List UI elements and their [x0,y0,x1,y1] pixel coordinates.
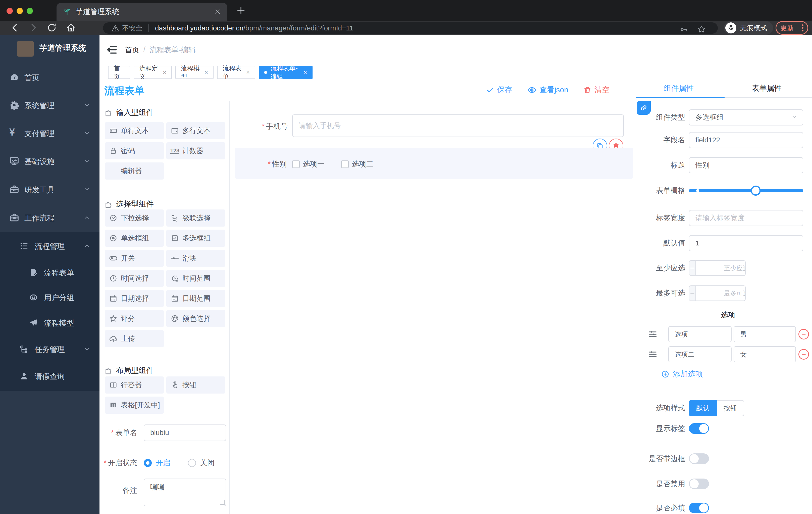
palette-item-date-range[interactable]: 日期范围 [166,290,225,307]
status-on-radio[interactable] [144,459,152,467]
style-default-button[interactable]: 默认 [689,400,717,416]
palette-item-row-container[interactable]: 行容器 [105,376,164,394]
option1-label-input[interactable] [668,326,732,342]
sidebar-logo[interactable]: 芋道管理系统 [0,35,99,63]
home-icon[interactable] [66,23,76,34]
grid-slider-track[interactable] [689,189,803,192]
palette-item-editor[interactable]: 编辑器 [105,162,164,180]
remark-textarea[interactable]: 嘿嘿 [144,479,226,506]
tab-form-props[interactable]: 表单属性 [752,83,782,93]
palette-item-upload[interactable]: 上传 [105,330,164,347]
sidebar-item-infrastructure[interactable]: 基础设施 [0,149,99,174]
palette-item-cascader[interactable]: 级联选择 [166,210,225,226]
min-select-input[interactable] [696,261,746,275]
update-button[interactable]: 更新 [776,21,808,35]
status-on-label[interactable]: 开启 [156,458,170,468]
palette-item-password[interactable]: 密码 [105,142,164,159]
view-tab-process-form-edit[interactable]: 流程表单-编辑× [259,66,313,79]
palette-item-date-picker[interactable]: 日期选择 [105,290,164,307]
palette-item-time-picker[interactable]: 时间选择 [105,270,164,287]
breadcrumb-home[interactable]: 首页 [125,45,140,55]
password-key-icon[interactable] [679,25,688,35]
sidebar-item-system[interactable]: 系统管理 [0,93,99,118]
sidebar-item-task-mgmt[interactable]: 任务管理 [0,337,99,362]
close-window-button[interactable] [6,8,13,14]
reload-icon[interactable] [47,23,57,34]
style-button-button[interactable]: 按钮 [717,400,744,416]
view-tab-process-def[interactable]: 流程定义× [134,66,172,79]
tab-close-icon[interactable]: × [204,70,208,76]
url-bar[interactable]: 不安全 dashboard.yudao.iocoder.cn/bpm/manag… [103,22,718,34]
required-switch[interactable] [689,503,709,513]
tab-close-icon[interactable]: × [246,70,250,76]
view-tab-home[interactable]: 首页 [108,66,130,79]
phone-input[interactable] [292,114,624,137]
palette-item-rate[interactable]: 评分 [105,310,164,327]
gender-option2-label[interactable]: 选项二 [352,159,374,169]
default-value-input[interactable] [689,235,803,251]
sidebar-item-user-group[interactable]: 用户分组 [0,285,99,310]
palette-item-radio-group[interactable]: 单选框组 [105,229,164,247]
title-input[interactable] [689,157,803,173]
form-name-input[interactable] [144,425,226,441]
component-type-select[interactable] [689,109,803,126]
view-json-button[interactable]: 查看json [527,85,568,95]
remove-option2-button[interactable] [799,349,809,360]
browser-menu-icon[interactable] [802,24,804,31]
sidebar-item-dev-tools[interactable]: 研发工具 [0,177,99,202]
new-tab-button[interactable] [236,5,246,16]
palette-item-color-picker[interactable]: 颜色选择 [166,310,225,327]
add-option-button[interactable]: 添加选项 [661,369,703,379]
tab-component-props[interactable]: 组件属性 [664,83,694,93]
drag-handle-icon[interactable] [648,350,657,360]
palette-item-checkbox-group[interactable]: 多选框组 [166,229,225,247]
clear-button[interactable]: 清空 [583,85,609,95]
palette-item-button[interactable]: 按钮 [166,376,225,394]
palette-item-counter[interactable]: 123计数器 [166,142,225,159]
palette-item-slider[interactable]: 滑块 [166,250,225,267]
decrease-button[interactable] [689,286,696,300]
selected-gender-component[interactable]: *性别 选项一 选项二 [235,147,633,179]
label-width-input[interactable] [689,210,803,226]
option2-value-input[interactable] [734,346,796,362]
palette-item-switch[interactable]: 开关 [105,250,164,267]
sidebar-item-process-model[interactable]: 流程模型 [0,310,99,336]
tab-close-icon[interactable] [214,8,221,15]
max-select-input[interactable] [696,286,746,300]
palette-item-time-range[interactable]: 时间范围 [166,270,225,287]
border-switch[interactable] [689,453,709,464]
view-tab-process-model[interactable]: 流程模型× [175,66,213,79]
palette-item-table[interactable]: 表格[开发中] [105,397,164,414]
disabled-switch[interactable] [689,479,709,489]
gender-option2-checkbox[interactable] [341,160,349,168]
decrease-button[interactable] [689,261,696,275]
minimize-window-button[interactable] [17,8,23,14]
show-label-switch[interactable] [689,423,709,434]
drag-handle-icon[interactable] [648,330,657,340]
save-button[interactable]: 保存 [486,85,512,95]
status-off-label[interactable]: 关闭 [200,458,214,468]
sidebar-item-leave-query[interactable]: 请假查询 [0,364,99,389]
field-name-input[interactable] [689,132,803,148]
tab-close-icon[interactable]: × [303,70,307,76]
back-icon[interactable] [10,23,20,34]
forward-icon[interactable] [28,23,38,34]
sidebar-item-workflow[interactable]: 工作流程 [0,206,99,231]
gender-option1-checkbox[interactable] [292,160,300,168]
sidebar-item-process-mgmt[interactable]: 流程管理 [0,234,99,259]
option2-label-input[interactable] [668,346,732,362]
sidebar-fold-icon[interactable] [107,44,118,56]
palette-item-single-text[interactable]: 单行文本 [105,122,164,139]
palette-item-select[interactable]: 下拉选择 [105,210,164,226]
view-tab-process-form[interactable]: 流程表单× [217,66,255,79]
option1-value-input[interactable] [734,326,796,342]
sidebar-item-process-form[interactable]: 流程表单 [0,260,99,286]
bookmark-star-icon[interactable] [697,25,706,35]
sidebar-item-home[interactable]: 首页 [0,65,99,90]
palette-item-textarea[interactable]: 多行文本 [166,122,225,139]
grid-slider-handle[interactable] [751,186,761,196]
status-off-radio[interactable] [188,459,196,467]
gender-option1-label[interactable]: 选项一 [303,159,325,169]
remove-option1-button[interactable] [799,329,809,340]
browser-tab[interactable]: 芋道管理系统 [57,3,227,21]
